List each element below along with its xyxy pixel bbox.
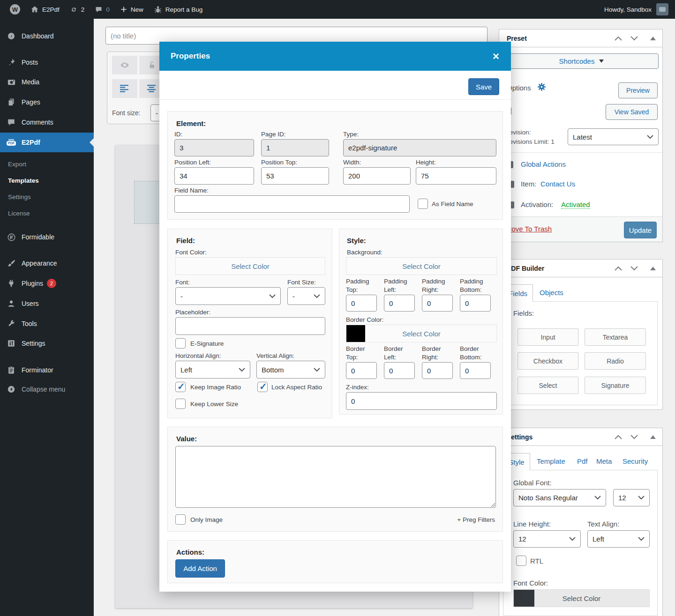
tab-meta[interactable]: Meta	[596, 457, 612, 465]
only-image-checkbox[interactable]	[175, 514, 186, 525]
keep-image-ratio-checkbox[interactable]	[175, 382, 186, 392]
sidebar-item-e2pdf[interactable]: PDF E2Pdf	[0, 133, 94, 152]
width-input[interactable]	[343, 167, 411, 185]
gear-icon[interactable]	[537, 82, 547, 92]
tab-objects[interactable]: Objects	[540, 289, 563, 297]
close-icon[interactable]: ✕	[492, 51, 500, 62]
id-input[interactable]	[174, 139, 254, 156]
activation-status[interactable]: Activated	[561, 200, 590, 209]
site-name-link[interactable]: E2Pdf	[25, 0, 65, 19]
sidebar-subitem-license[interactable]: License	[0, 205, 94, 222]
field-name-input[interactable]	[174, 195, 410, 213]
font-color-picker[interactable]: Select Color	[513, 589, 650, 607]
border-color-picker[interactable]: Select Color	[346, 325, 497, 342]
visibility-toggle[interactable]	[112, 56, 137, 74]
align-left-button[interactable]	[112, 79, 137, 98]
comments-link[interactable]: 0	[90, 0, 115, 19]
collapse-panel-icon[interactable]	[650, 267, 656, 270]
keep-lower-size-checkbox[interactable]	[175, 399, 186, 409]
border-right-input[interactable]	[422, 362, 453, 379]
background-color-picker[interactable]: Select Color	[346, 257, 497, 275]
padding-top-input[interactable]	[346, 295, 377, 312]
save-button[interactable]: Save	[468, 78, 499, 95]
sidebar-subitem-templates[interactable]: Templates	[0, 172, 94, 189]
move-to-trash-link[interactable]: Move To Trash	[506, 225, 552, 233]
rtl-checkbox[interactable]	[516, 556, 526, 566]
sidebar-item-media[interactable]: Media	[0, 72, 94, 92]
padding-right-input[interactable]	[422, 295, 453, 312]
sidebar-item-users[interactable]: Users	[0, 294, 94, 313]
sidebar-item-appearance[interactable]: Appearance	[0, 253, 94, 273]
esignature-checkbox[interactable]	[175, 338, 186, 349]
move-down-icon[interactable]	[630, 435, 638, 439]
vertical-align-select[interactable]: Bottom	[256, 361, 325, 379]
font-select[interactable]: -	[175, 287, 281, 305]
sidebar-item-dashboard[interactable]: Dashboard	[0, 26, 94, 46]
item-link[interactable]: Contact Us	[540, 180, 575, 188]
collapse-menu-button[interactable]: Collapse menu	[0, 379, 94, 399]
padding-left-input[interactable]	[384, 295, 415, 312]
page-id-input[interactable]	[261, 139, 329, 156]
move-down-icon[interactable]	[630, 266, 638, 271]
add-radio-button[interactable]: Radio	[585, 352, 646, 370]
placeholder-input[interactable]	[175, 317, 325, 335]
global-actions-link[interactable]: Global Actions	[521, 160, 566, 168]
collapse-panel-icon[interactable]	[650, 37, 656, 40]
revision-select[interactable]: Latest	[568, 128, 659, 145]
tab-template[interactable]: Template	[537, 457, 565, 465]
updates-link[interactable]: 2	[65, 0, 90, 19]
view-saved-button[interactable]: View Saved	[606, 104, 658, 120]
font-size-select[interactable]: -	[287, 287, 325, 305]
add-select-button[interactable]: Select	[518, 377, 578, 394]
border-left-input[interactable]	[384, 362, 415, 379]
font-color-swatch[interactable]	[514, 590, 534, 607]
move-up-icon[interactable]	[615, 266, 622, 271]
account-menu[interactable]: Howdy, Sandbox	[604, 3, 668, 15]
sidebar-item-plugins[interactable]: Plugins 2	[0, 274, 94, 293]
line-height-select[interactable]: 12	[513, 530, 581, 548]
sidebar-item-forminator[interactable]: Forminator	[0, 360, 94, 380]
sidebar-item-tools[interactable]: Tools	[0, 314, 94, 334]
update-button[interactable]: Update	[624, 222, 657, 238]
horizontal-align-select[interactable]: Left	[175, 361, 250, 379]
position-left-input[interactable]	[174, 167, 254, 185]
global-font-size-select[interactable]: 12	[613, 489, 650, 506]
add-checkbox-button[interactable]: Checkbox	[518, 352, 578, 370]
add-action-button[interactable]: Add Action	[175, 559, 225, 578]
move-up-icon[interactable]	[615, 435, 622, 439]
sidebar-subitem-settings[interactable]: Settings	[0, 189, 94, 205]
font-color-picker[interactable]: Select Color	[175, 257, 325, 275]
add-signature-button[interactable]: Signature	[585, 377, 646, 394]
sidebar-item-posts[interactable]: Posts	[0, 52, 94, 72]
move-up-icon[interactable]	[615, 36, 622, 41]
preview-button[interactable]: Preview	[618, 82, 658, 98]
report-bug-link[interactable]: Report a Bug	[149, 0, 208, 19]
new-content-link[interactable]: New	[115, 0, 149, 19]
tab-pdf[interactable]: Pdf	[577, 457, 588, 465]
add-input-button[interactable]: Input	[518, 328, 578, 346]
value-textarea[interactable]	[175, 446, 496, 508]
text-align-select[interactable]: Left	[587, 530, 650, 548]
border-top-input[interactable]	[346, 362, 377, 379]
add-textarea-button[interactable]: Textarea	[585, 328, 646, 346]
shortcodes-button[interactable]: Shortcodes	[504, 53, 659, 69]
border-color-swatch[interactable]	[346, 325, 365, 342]
padding-bottom-input[interactable]	[460, 295, 491, 312]
tab-security[interactable]: Security	[622, 457, 648, 465]
border-bottom-input[interactable]	[460, 362, 491, 379]
sidebar-item-settings[interactable]: Settings	[0, 334, 94, 353]
z-index-input[interactable]	[346, 392, 497, 410]
sidebar-item-pages[interactable]: Pages	[0, 92, 94, 112]
as-field-name-checkbox[interactable]	[418, 199, 428, 209]
collapse-panel-icon[interactable]	[650, 435, 656, 439]
global-font-select[interactable]: Noto Sans Regular	[513, 489, 606, 506]
resize-handle-icon[interactable]	[490, 502, 495, 507]
position-top-input[interactable]	[261, 167, 329, 185]
preg-filters-toggle[interactable]: + Preg Filters	[457, 516, 495, 523]
sidebar-item-comments[interactable]: Comments	[0, 112, 94, 132]
sidebar-item-formidable[interactable]: Formidable	[0, 227, 94, 247]
sidebar-subitem-export[interactable]: Export	[0, 156, 94, 172]
type-input[interactable]	[343, 139, 496, 156]
wp-logo-menu[interactable]: W	[5, 0, 25, 19]
lock-aspect-ratio-checkbox[interactable]	[257, 382, 268, 392]
